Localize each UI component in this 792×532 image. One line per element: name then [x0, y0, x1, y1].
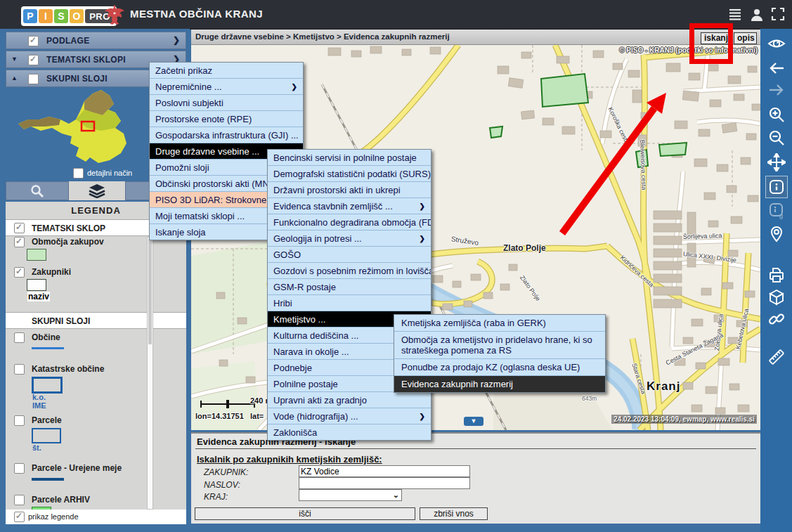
tematski-sklop-checkbox[interactable] [14, 223, 25, 233]
back-arrow-icon[interactable] [766, 58, 787, 79]
tematski-checkbox[interactable] [28, 55, 39, 65]
legend-group-label: SKUPNI SLOJI [32, 316, 90, 326]
menu-item-selected[interactable]: Evidenca zakupnih razmerij [394, 376, 605, 392]
pan-icon[interactable] [766, 152, 787, 173]
menu-item[interactable]: Gospodarska infrastruktura (GJI) ...❯ [150, 127, 303, 143]
parcele-urejene-checkbox[interactable] [14, 463, 25, 474]
scrollbar-thumb[interactable] [148, 239, 152, 344]
green-area-swatch [27, 249, 46, 261]
legend-panel: LEGENDA TEMATSKI SKLOP Območja zakupov Z… [6, 202, 186, 524]
measure-icon[interactable] [766, 346, 787, 368]
menu-item[interactable]: Funkcionalno degradirana območja (FDO) [268, 214, 431, 231]
menu-item[interactable]: Kmetijska zemljišča (raba in GERK) [394, 315, 605, 332]
outline-swatch [27, 279, 46, 291]
panel-label: SKUPNI SLOJI [46, 74, 108, 84]
map-copyright: © PISO - KRANJ (podatki so informativni) [619, 46, 758, 54]
share-link-icon[interactable] [766, 309, 787, 330]
visibility-eye-icon[interactable] [766, 33, 787, 54]
menu-item[interactable]: Upravni akti za gradnjo [268, 392, 431, 408]
naslov-input[interactable] [299, 477, 470, 489]
darkblue-line-swatch [32, 478, 64, 481]
katastrske-obcine-checkbox[interactable] [14, 364, 25, 375]
zoom-in-icon[interactable] [766, 104, 787, 125]
logo-letter: S [54, 9, 68, 23]
menu-item[interactable]: Demografski statistični podatki (SURS) [268, 166, 431, 182]
clear-button[interactable]: zbriši vnos [420, 507, 488, 520]
kmetijstvo-submenu: Kmetijska zemljišča (raba in GERK) Območ… [394, 314, 606, 393]
info-group-tool-icon[interactable]: g [766, 200, 787, 221]
locate-icon[interactable] [766, 223, 787, 245]
city-label: Kranj [647, 379, 680, 394]
layer-label: Parcele [32, 415, 62, 425]
divider [195, 448, 756, 449]
menu-item[interactable]: Evidenca stavbnih zemljišč ...❯ [268, 198, 431, 214]
expand-arrow-icon[interactable]: ❯ [173, 35, 180, 45]
panel-collapse-button[interactable]: ▼ [464, 417, 483, 426]
tab-layers-active[interactable] [69, 181, 125, 200]
iskanje-button[interactable]: iskanje [701, 32, 729, 44]
zakupnik-input[interactable] [299, 465, 470, 477]
fullscreen-icon[interactable] [771, 7, 789, 22]
zakupniki-checkbox[interactable] [14, 267, 25, 278]
podlage-checkbox[interactable] [28, 36, 39, 46]
menu-item[interactable]: Hribi [268, 295, 431, 311]
user-icon[interactable] [749, 7, 767, 22]
menu-item[interactable]: Območja za kmetijstvo in pridelavo hrane… [394, 332, 605, 359]
legend-group-row: SKUPNI SLOJI [6, 312, 186, 329]
legend-footer: prikaz legende [6, 510, 186, 524]
collapse-triangle-icon[interactable]: ▼ [11, 56, 18, 63]
obmocja-zakupov-checkbox[interactable] [14, 237, 25, 247]
detail-mode-checkbox[interactable] [73, 168, 84, 179]
logo-letter: I [39, 9, 53, 23]
breadcrumb: Druge državne vsebine > Kmetijstvo > Evi… [191, 30, 760, 45]
breadcrumb-text: Druge državne vsebine > Kmetijstvo > Evi… [195, 32, 450, 41]
swatch-sublabel: št. [32, 443, 41, 452]
obcine-checkbox[interactable] [14, 332, 25, 343]
search-panel-subtitle: Iskalnik po zakupnikih kmetijskih zemlji… [197, 454, 382, 465]
menu-item[interactable]: Geologija in potresi ...❯ [268, 231, 431, 247]
info-tool-icon[interactable] [766, 176, 787, 197]
kraj-label: KRAJ: [204, 492, 228, 502]
menu-item[interactable]: Nepremičnine ...❯ [150, 79, 303, 95]
kraj-select[interactable]: ⌄ [299, 489, 402, 501]
legend-scrollbar[interactable] [147, 237, 153, 510]
elevation-label: 643m [582, 395, 597, 402]
app-window: P I S O PRO MESTNA OBČINA KRANJ PODLAGE [0, 0, 792, 532]
menu-item[interactable]: GSM-R postaje [268, 279, 431, 295]
menu-item[interactable]: Gozdovi s posebnim režimom in lovišča [268, 263, 431, 279]
menu-item[interactable]: Prostorske enote (RPE) [150, 111, 303, 127]
chevron-down-icon: ⌄ [393, 491, 399, 500]
menu-item[interactable]: Vode (hidrografija) ...❯ [268, 408, 431, 424]
panel-podlage[interactable]: PODLAGE ❯ [6, 32, 186, 49]
map-attribution: 24.02.2023 13:04:09, ewmap, www.realis.s… [611, 415, 757, 424]
opis-button[interactable]: opis [734, 32, 757, 44]
submenu-arrow-icon: ❯ [420, 413, 425, 420]
place-label: Zlato Polje [503, 243, 546, 253]
layer-label: Parcele - Urejene meje [32, 463, 122, 473]
collapse-triangle-icon[interactable]: ▲ [11, 74, 18, 82]
menu-item[interactable]: Bencinski servisi in polnilne postaje [268, 150, 431, 166]
3d-view-icon[interactable] [766, 287, 787, 308]
parcele-arhiv-checkbox[interactable] [14, 495, 25, 505]
menu-item[interactable]: Zaklonišča [268, 424, 431, 440]
naziv-sample-label: naziv [27, 292, 50, 301]
parcele-checkbox[interactable] [14, 415, 25, 426]
menu-item[interactable]: GOŠO [268, 247, 431, 263]
search-button[interactable]: išči [195, 507, 415, 520]
show-legend-checkbox[interactable] [14, 512, 25, 522]
tab-search[interactable] [6, 181, 69, 200]
menu-item[interactable]: Ponudbe za prodajo KZ (oglasna deska UE) [394, 359, 605, 376]
panel-label: PODLAGE [46, 36, 89, 46]
svg-text:g: g [779, 212, 783, 219]
search-panel: Evidenca zakupnih razmerij - iskanje Isk… [191, 432, 760, 524]
menu-item[interactable]: Začetni prikaz [150, 63, 303, 79]
print-icon[interactable] [766, 265, 787, 286]
menu-item[interactable]: Poslovni subjekti [150, 95, 303, 111]
menu-item[interactable]: Državni prostorski akti in ukrepi [268, 182, 431, 198]
menu-icon[interactable] [728, 7, 746, 22]
skupni-checkbox[interactable] [28, 74, 39, 84]
piso-pro-logo[interactable]: P I S O PRO [21, 6, 117, 26]
submenu-arrow-icon: ❯ [292, 83, 297, 91]
forward-arrow-icon[interactable] [766, 79, 787, 100]
zoom-out-icon[interactable] [766, 127, 787, 148]
